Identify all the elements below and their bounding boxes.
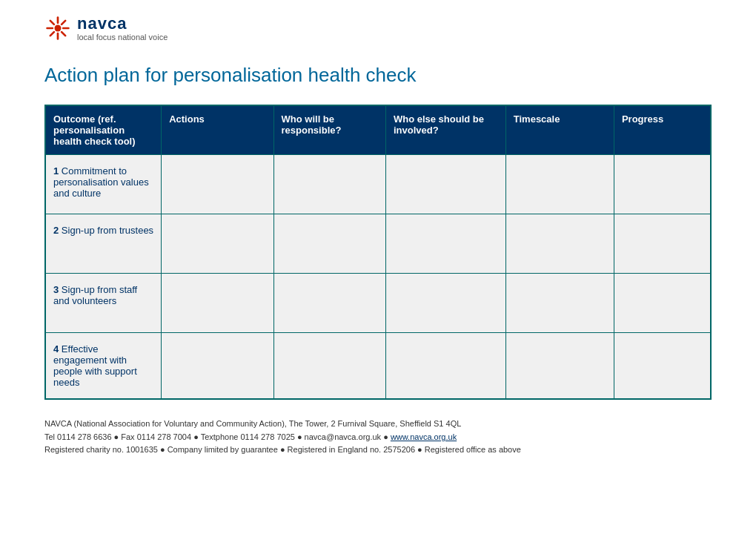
footer-line-1: NAVCA (National Association for Voluntar… — [44, 418, 712, 431]
table-row: 3 Sign-up from staff and volunteers — [45, 274, 711, 333]
svg-line-6 — [62, 32, 65, 36]
page-title: Action plan for personalisation health c… — [44, 64, 712, 87]
svg-line-7 — [62, 21, 65, 24]
cell-outcome-0: 1 Commitment to personalisation values a… — [45, 155, 162, 214]
table-row: 1 Commitment to personalisation values a… — [45, 155, 711, 214]
cell-timescale-3 — [505, 333, 614, 400]
th-progress: Progress — [614, 105, 711, 155]
cell-involved-2 — [385, 274, 505, 333]
cell-progress-3 — [614, 333, 711, 400]
cell-actions-1 — [162, 214, 273, 274]
cell-outcome-1: 2 Sign-up from trustees — [45, 214, 162, 274]
th-involved: Who else should be involved? — [385, 105, 505, 155]
table-header-row: Outcome (ref. personalisation health che… — [45, 105, 711, 155]
footer-line-2: Tel 0114 278 6636 ● Fax 0114 278 7004 ● … — [44, 431, 712, 444]
cell-actions-0 — [162, 155, 273, 214]
th-timescale: Timescale — [505, 105, 614, 155]
cell-progress-1 — [614, 214, 711, 274]
table-row: 2 Sign-up from trustees — [45, 214, 711, 274]
cell-responsible-2 — [273, 274, 385, 333]
cell-timescale-0 — [505, 155, 614, 214]
logo-tagline: local focus national voice — [77, 33, 168, 42]
th-actions: Actions — [162, 105, 273, 155]
table-row: 4 Effective engagement with people with … — [45, 333, 711, 400]
th-responsible: Who will be responsible? — [273, 105, 385, 155]
cell-outcome-2: 3 Sign-up from staff and volunteers — [45, 274, 162, 333]
cell-actions-3 — [162, 333, 273, 400]
footer: NAVCA (National Association for Voluntar… — [44, 418, 712, 457]
cell-progress-0 — [614, 155, 711, 214]
svg-line-5 — [50, 21, 54, 24]
cell-involved-1 — [385, 214, 505, 274]
cell-responsible-0 — [273, 155, 385, 214]
cell-outcome-3: 4 Effective engagement with people with … — [45, 333, 162, 400]
cell-responsible-3 — [273, 333, 385, 400]
page-wrapper: navca local focus national voice Action … — [0, 0, 756, 534]
th-outcome: Outcome (ref. personalisation health che… — [45, 105, 162, 155]
cell-involved-3 — [385, 333, 505, 400]
footer-website-link[interactable]: www.navca.org.uk — [391, 432, 457, 441]
svg-line-8 — [50, 32, 54, 36]
cell-actions-2 — [162, 274, 273, 333]
cell-progress-2 — [614, 274, 711, 333]
cell-involved-0 — [385, 155, 505, 214]
cell-timescale-1 — [505, 214, 614, 274]
svg-point-0 — [55, 25, 62, 32]
logo-text-block: navca local focus national voice — [77, 15, 168, 42]
logo-area: navca local focus national voice — [44, 15, 712, 42]
navca-logo-icon — [44, 15, 71, 42]
action-table: Outcome (ref. personalisation health che… — [44, 105, 712, 400]
logo-name: navca — [77, 15, 168, 33]
cell-responsible-1 — [273, 214, 385, 274]
cell-timescale-2 — [505, 274, 614, 333]
footer-line-3: Registered charity no. 1001635 ● Company… — [44, 444, 712, 457]
